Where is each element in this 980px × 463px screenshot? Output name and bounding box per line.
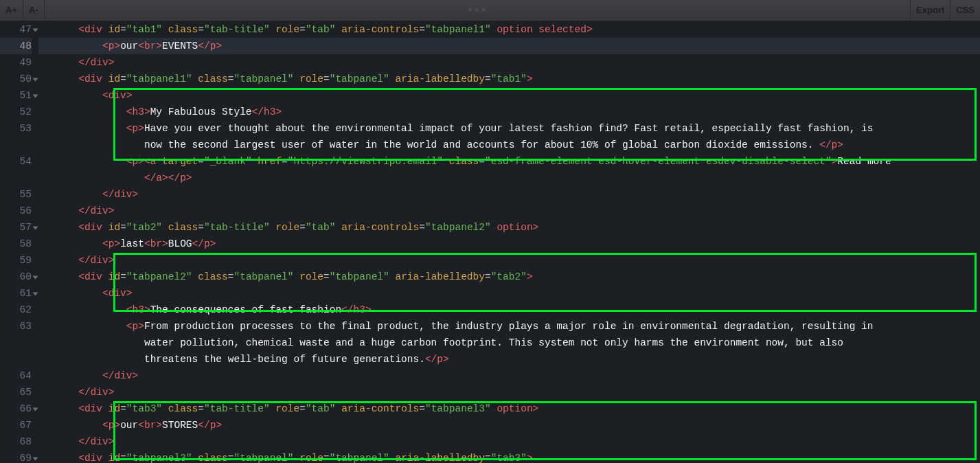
code-area[interactable]: <div id="tab1" class="tab-title" role="t… — [38, 21, 980, 463]
code-editor[interactable]: 4748495051525354555657585960616263646566… — [0, 21, 980, 463]
drag-handle-icon[interactable] — [468, 8, 486, 12]
css-button[interactable]: CSS — [950, 0, 980, 20]
line-number-gutter: 4748495051525354555657585960616263646566… — [0, 21, 38, 463]
toolbar: A+ A- Export CSS — [0, 0, 980, 21]
export-button[interactable]: Export — [910, 0, 950, 20]
font-decrease-button[interactable]: A- — [23, 0, 45, 20]
toolbar-spacer — [45, 8, 910, 12]
font-increase-button[interactable]: A+ — [0, 0, 23, 20]
